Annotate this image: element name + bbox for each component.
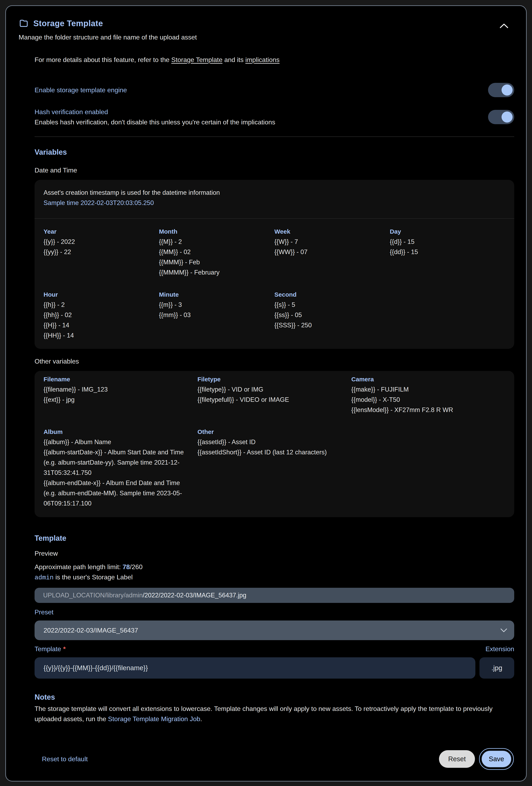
path-prefix: UPLOAD_LOCATION/library/admin (43, 592, 143, 599)
hash-verification-description: Enables hash verification, don't disable… (34, 117, 275, 127)
hash-verification-row: Hash verification enabled Enables hash v… (34, 107, 514, 127)
notes-post: . (200, 715, 202, 722)
path-preview: UPLOAD_LOCATION/library/admin/2022/2022-… (34, 588, 514, 603)
chevron-down-icon (500, 628, 507, 632)
notes-text: The storage template will convert all ex… (34, 703, 514, 724)
enable-storage-template-label: Enable storage template engine (34, 85, 127, 95)
storage-template-docs-link[interactable]: Storage Template (171, 56, 222, 64)
limit-pre: Approximate path length limit: (34, 563, 122, 571)
variables-heading: Variables (34, 147, 514, 158)
variable-group-week: Week {{W}} - 7 {{WW}} - 07 (274, 227, 390, 278)
page-title: Storage Template (33, 19, 103, 28)
folder-icon (19, 19, 29, 28)
variable-group-album: Album {{album}} - Album Name {{album-sta… (44, 427, 197, 509)
template-input-label: Template* (34, 644, 66, 654)
limit-total: /260 (130, 563, 143, 571)
page-subtitle: Manage the folder structure and file nam… (19, 32, 514, 42)
extension-value-box: .jpg (480, 657, 514, 678)
datetime-variables-card: Asset's creation timestamp is used for t… (34, 180, 514, 349)
variable-group-other: Other {{assetId}} - Asset ID {{assetIdSh… (197, 427, 352, 509)
variable-group-year: Year {{y}} - 2022 {{yy}} - 22 (44, 227, 159, 278)
notes-pre: The storage template will convert all ex… (34, 705, 492, 722)
reset-to-default-link[interactable]: Reset to default (34, 755, 88, 763)
date-and-time-label: Date and Time (34, 165, 514, 175)
storage-template-panel: Storage Template Manage the folder struc… (5, 5, 527, 782)
extension-label: Extension (485, 645, 514, 653)
path-length-limit: Approximate path length limit: 78/260 ad… (34, 562, 514, 583)
preset-label: Preset (34, 607, 514, 617)
required-asterisk: * (63, 645, 66, 653)
implications-link[interactable]: implications (245, 56, 280, 64)
notes-heading: Notes (34, 692, 514, 703)
toggle-knob (502, 112, 513, 122)
intro-pre: For more details about this feature, ref… (34, 56, 171, 64)
storage-label-text: is the user's Storage Label (53, 574, 133, 581)
variable-group-month: Month {{M}} - 2 {{MM}} - 02 {{MMM}} - Fe… (159, 227, 274, 278)
enable-storage-template-toggle[interactable] (488, 83, 514, 97)
storage-label-code: admin (34, 574, 53, 581)
intro-text: For more details about this feature, ref… (34, 55, 514, 65)
hash-verification-label: Hash verification enabled (34, 107, 275, 117)
variable-group-filename: Filename {{filename}} - IMG_123 {{ext}} … (44, 374, 197, 415)
variable-group-hour: Hour {{h}} - 2 {{hh}} - 02 {{H}} - 14 {{… (44, 290, 159, 341)
intro-and: and its (222, 56, 245, 64)
save-button[interactable]: Save (481, 750, 512, 768)
section-divider (34, 136, 514, 137)
variable-group-camera: Camera {{make}} - FUJIFILM {{model}} - X… (351, 374, 505, 415)
template-heading: Template (34, 533, 514, 544)
variable-group-minute: Minute {{m}} - 3 {{mm}} - 03 (159, 290, 274, 341)
variable-group-day: Day {{d}} - 15 {{dd}} - 15 (390, 227, 505, 278)
collapse-chevron-icon[interactable] (500, 23, 508, 29)
reset-button[interactable]: Reset (439, 750, 475, 768)
path-value: /2022/2022-02-03/IMAGE_56437.jpg (143, 592, 246, 599)
preset-select[interactable]: 2022/2022-02-03/IMAGE_56437 (34, 621, 514, 640)
enable-storage-template-row: Enable storage template engine (34, 83, 514, 97)
variable-group-filetype: Filetype {{filetype}} - VID or IMG {{fil… (197, 374, 352, 415)
hash-verification-toggle[interactable] (488, 110, 514, 124)
template-input[interactable] (34, 657, 475, 678)
preview-label: Preview (34, 548, 514, 558)
other-variables-card: Filename {{filename}} - IMG_123 {{ext}} … (34, 371, 514, 517)
migration-job-link[interactable]: Storage Template Migration Job (108, 715, 200, 722)
preset-selected-value: 2022/2022-02-03/IMAGE_56437 (44, 627, 138, 634)
limit-value: 78 (122, 563, 130, 571)
variable-group-second: Second {{s}} - 5 {{ss}} - 05 {{SSS}} - 2… (274, 290, 390, 341)
datetime-note: Asset's creation timestamp is used for t… (44, 188, 505, 198)
other-variables-label: Other variables (34, 356, 514, 366)
datetime-sample-link[interactable]: Sample time 2022-02-03T20:03:05.250 (44, 198, 505, 208)
toggle-knob (502, 85, 513, 95)
template-label-text: Template (34, 645, 61, 653)
